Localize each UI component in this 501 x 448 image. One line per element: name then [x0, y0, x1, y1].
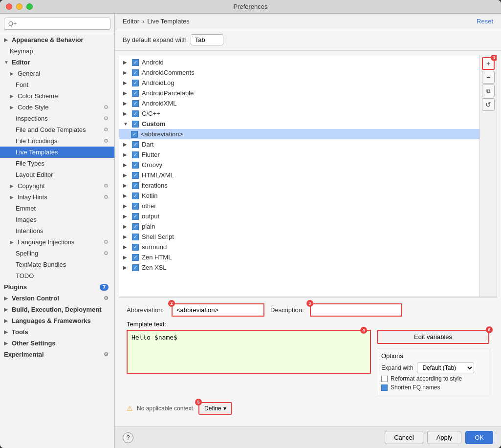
group-checkbox[interactable]: ✓: [132, 90, 139, 97]
reformat-row: Reformat according to style: [381, 375, 485, 382]
sidebar-item-color-scheme[interactable]: ▶ Color Scheme: [0, 90, 114, 102]
search-input[interactable]: [4, 18, 110, 30]
template-group-zen-html[interactable]: ▶ ✓ Zen HTML: [119, 252, 479, 262]
sidebar-item-todo[interactable]: TODO: [0, 270, 114, 281]
template-group-kotlin[interactable]: ▶ ✓ Kotlin: [119, 191, 479, 201]
sidebar-item-languages[interactable]: ▶ Languages & Frameworks: [0, 315, 114, 326]
bottom-bar: ? Cancel Apply OK: [115, 427, 501, 448]
sidebar-item-code-style[interactable]: ▶ Code Style ⚙: [0, 102, 114, 113]
group-checkbox[interactable]: ✓: [132, 244, 139, 251]
group-checkbox[interactable]: ✓: [132, 80, 139, 86]
group-checkbox[interactable]: ✓: [132, 192, 139, 199]
template-group-surround[interactable]: ▶ ✓ surround: [119, 242, 479, 252]
abbreviation-input[interactable]: [172, 303, 264, 317]
apply-button[interactable]: Apply: [427, 431, 462, 444]
group-checkbox[interactable]: ✓: [132, 203, 139, 210]
sidebar-item-inspections[interactable]: Inspections ⚙: [0, 113, 114, 124]
template-group-iterations[interactable]: ▶ ✓ iterations: [119, 180, 479, 191]
group-checkbox[interactable]: ✓: [132, 162, 139, 169]
template-group-groovy[interactable]: ▶ ✓ Groovy: [119, 160, 479, 170]
group-checkbox[interactable]: ✓: [132, 264, 139, 271]
group-checkbox[interactable]: ✓: [132, 100, 139, 107]
sidebar-item-keymap[interactable]: Keymap: [0, 45, 114, 57]
template-group-android[interactable]: ▶ ✓ Android: [119, 57, 479, 67]
cancel-button[interactable]: Cancel: [385, 431, 423, 444]
template-group-plain[interactable]: ▶ ✓ plain: [119, 221, 479, 232]
template-group-cpp[interactable]: ▶ ✓ C/C++: [119, 108, 479, 119]
sidebar-label: Editor: [12, 59, 30, 66]
template-textarea[interactable]: Hello $name$: [127, 330, 371, 374]
abbrev-desc-row: Abbreviation: 2 Description: 3: [127, 303, 489, 317]
sidebar-item-file-encodings[interactable]: File Encodings ⚙: [0, 135, 114, 147]
sidebar-item-plugins[interactable]: Plugins 7: [0, 281, 114, 293]
template-item-abbreviation[interactable]: ✓ <abbreviation>: [119, 129, 479, 139]
sidebar-item-layout-editor[interactable]: Layout Editor: [0, 169, 114, 180]
sidebar-item-emmet[interactable]: Emmet: [0, 203, 114, 214]
edit-variables-button[interactable]: Edit variables: [377, 330, 489, 344]
template-group-other[interactable]: ▶ ✓ other: [119, 201, 479, 211]
sidebar-label: File Encodings: [16, 137, 57, 145]
help-button[interactable]: ?: [123, 432, 133, 443]
sidebar-item-language-injections[interactable]: ▶ Language Injections ⚙: [0, 236, 114, 248]
sidebar-item-version-control[interactable]: ▶ Version Control ⚙: [0, 293, 114, 304]
copy-template-button[interactable]: ⧉: [482, 85, 495, 97]
sidebar-item-tools[interactable]: ▶ Tools: [0, 326, 114, 338]
group-checkbox[interactable]: ✓: [132, 213, 139, 220]
group-checkbox[interactable]: ✓: [132, 59, 139, 66]
template-group-androidcomments[interactable]: ▶ ✓ AndroidComments: [119, 67, 479, 78]
group-checkbox[interactable]: ✓: [132, 223, 139, 230]
restore-template-button[interactable]: ↺: [482, 98, 495, 111]
group-checkbox[interactable]: ✓: [132, 234, 139, 240]
expand-arrow-icon: ▶: [123, 80, 129, 85]
sidebar-item-inlay-hints[interactable]: ▶ Inlay Hints ⚙: [0, 192, 114, 203]
template-group-html-xml[interactable]: ▶ ✓ HTML/XML: [119, 170, 479, 180]
group-checkbox[interactable]: ✓: [132, 172, 139, 179]
expand-with-select[interactable]: Default (Tab) Tab Space Enter: [417, 363, 474, 373]
sidebar-item-live-templates[interactable]: Live Templates: [0, 147, 114, 158]
add-btn-wrapper: + 1: [482, 57, 495, 70]
sidebar-item-build[interactable]: ▶ Build, Execution, Deployment: [0, 304, 114, 315]
template-group-custom[interactable]: ▼ ✓ Custom: [119, 119, 479, 129]
sidebar-item-intentions[interactable]: Intentions: [0, 225, 114, 236]
description-input[interactable]: [310, 303, 402, 317]
group-checkbox[interactable]: ✓: [132, 141, 139, 148]
group-checkbox[interactable]: ✓: [132, 182, 139, 189]
sidebar-item-appearance[interactable]: ▶ Appearance & Behavior: [0, 34, 114, 45]
expand-select[interactable]: Tab Space Enter: [191, 34, 223, 45]
remove-template-button[interactable]: −: [482, 71, 495, 84]
group-checkbox[interactable]: ✓: [132, 110, 139, 117]
sidebar-item-experimental[interactable]: Experimental ⚙: [0, 349, 114, 360]
settings-icon: ⚙: [104, 127, 109, 133]
template-group-zen-xsl[interactable]: ▶ ✓ Zen XSL: [119, 262, 479, 273]
group-checkbox[interactable]: ✓: [132, 121, 139, 128]
template-group-dart[interactable]: ▶ ✓ Dart: [119, 139, 479, 149]
item-checkbox[interactable]: ✓: [131, 131, 138, 138]
sidebar-item-font[interactable]: Font: [0, 79, 114, 90]
sidebar-item-copyright[interactable]: ▶ Copyright ⚙: [0, 180, 114, 192]
sidebar-item-spelling[interactable]: Spelling ⚙: [0, 248, 114, 259]
template-group-androidparcelable[interactable]: ▶ ✓ AndroidParcelable: [119, 88, 479, 98]
group-checkbox[interactable]: ✓: [132, 254, 139, 261]
template-group-output[interactable]: ▶ ✓ output: [119, 211, 479, 221]
sidebar-item-images[interactable]: Images: [0, 214, 114, 225]
minimize-button[interactable]: [16, 3, 22, 10]
ok-button[interactable]: OK: [465, 431, 493, 444]
sidebar-item-editor[interactable]: ▼ Editor: [0, 57, 114, 68]
group-checkbox[interactable]: ✓: [132, 151, 139, 158]
reformat-checkbox[interactable]: [381, 376, 388, 382]
template-group-flutter[interactable]: ▶ ✓ Flutter: [119, 149, 479, 160]
sidebar-item-file-code-templates[interactable]: File and Code Templates ⚙: [0, 124, 114, 135]
maximize-button[interactable]: [26, 3, 33, 10]
sidebar-item-textmate[interactable]: TextMate Bundles: [0, 259, 114, 270]
shorten-fq-checkbox[interactable]: [381, 384, 388, 391]
sidebar-item-file-types[interactable]: File Types: [0, 158, 114, 169]
sidebar-item-other-settings[interactable]: ▶ Other Settings: [0, 338, 114, 349]
define-button[interactable]: Define ▾: [198, 402, 232, 415]
template-group-shell[interactable]: ▶ ✓ Shell Script: [119, 232, 479, 242]
close-button[interactable]: [6, 3, 12, 10]
reset-link[interactable]: Reset: [477, 18, 493, 25]
template-group-androidlog[interactable]: ▶ ✓ AndroidLog: [119, 78, 479, 88]
sidebar-item-general[interactable]: ▶ General: [0, 68, 114, 79]
group-checkbox[interactable]: ✓: [132, 69, 139, 76]
template-group-androidxml[interactable]: ▶ ✓ AndroidXML: [119, 98, 479, 108]
